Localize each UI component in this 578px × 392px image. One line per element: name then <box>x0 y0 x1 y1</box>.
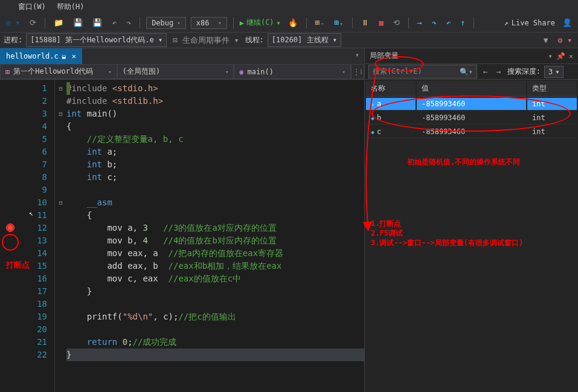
dropdown-icon[interactable]: ▾ <box>548 52 553 60</box>
execution-indicator <box>66 82 70 95</box>
scope-combo[interactable]: (全局范围) <box>117 64 234 79</box>
depth-label: 搜索深度: <box>507 66 541 77</box>
annotation-step3: 3.调试-->窗口-->局部变量(有很多调试窗口) <box>371 238 523 248</box>
stop-icon[interactable]: ■ <box>376 17 386 28</box>
var-icon: ◈ <box>371 115 374 121</box>
redo-icon[interactable]: ↷ <box>124 17 133 28</box>
code-editor[interactable]: 12345678910111213141516171819202122 ⊟⊟⊟ … <box>0 80 364 392</box>
table-row[interactable]: ◈c-858993460int <box>366 126 577 138</box>
col-name[interactable]: 名称 <box>366 81 416 97</box>
tab-bar: helloworld.c ⬓ ✕ ▾ <box>0 48 364 64</box>
process-combo[interactable]: [15888] 第一个Helloworld代码.e ▾ <box>26 33 167 47</box>
config-combo[interactable]: Debug <box>146 17 186 29</box>
menu-bar: 窗口(W) 帮助(H) <box>0 0 578 13</box>
process-label: 进程: <box>4 35 22 45</box>
depth-combo[interactable]: 3 ▾ <box>544 66 564 78</box>
table-row[interactable]: ◈a-858993460int <box>366 98 577 111</box>
refresh-icon[interactable]: ⟳ <box>27 17 39 28</box>
split-icon[interactable]: ⋮⁞ <box>351 64 364 79</box>
col-value[interactable]: 值 <box>417 81 526 97</box>
tab-label: helloworld.c <box>6 52 59 60</box>
lifecycle-icon[interactable]: ⊡ 生命周期事件 ▾ <box>170 34 241 47</box>
annotation-step1: 1.打断点 <box>371 219 401 229</box>
annotation-bp-label: 打断点 <box>6 260 30 271</box>
breakpoint-marker[interactable] <box>6 223 14 232</box>
undo-icon[interactable]: ↶ <box>109 17 119 28</box>
locals-table: 名称 值 类型 ◈a-858993460int ◈b-858993460int … <box>365 80 578 140</box>
breakpoint-margin[interactable] <box>0 80 24 392</box>
var-icon: ◈ <box>371 129 374 135</box>
arch-combo[interactable]: x86 <box>191 17 227 29</box>
fold-column[interactable]: ⊟⊟⊟ <box>54 80 66 392</box>
step-into-icon[interactable]: → <box>415 17 425 28</box>
step-over2-icon[interactable]: ↶ <box>444 17 454 28</box>
filter-icon[interactable]: ▼ <box>541 34 551 46</box>
save-icon[interactable]: 💾 <box>71 17 85 28</box>
stack-icon[interactable]: ⚙ ▾ <box>556 34 574 46</box>
save-icon-2[interactable]: 💾 <box>90 17 104 28</box>
close-panel-icon[interactable]: ✕ <box>569 52 573 60</box>
code-text[interactable]: #include <stdio.h> #include <stdlib.h> i… <box>66 80 364 392</box>
tab-overflow-icon[interactable]: ▾ <box>350 48 364 64</box>
search-input[interactable]: 搜索(Ctrl+E)🔍▾ <box>368 65 477 79</box>
var-icon: ◈ <box>371 101 374 108</box>
locals-pane: 局部变量 ▾ 📌 ✕ 搜索(Ctrl+E)🔍▾ ← → 搜索深度: 3 ▾ 名称… <box>365 48 578 392</box>
locals-title: 局部变量 <box>370 51 399 61</box>
continue-button[interactable]: ▶ 继续(C) ▾ <box>240 18 281 28</box>
step-over-icon[interactable]: ↷ <box>429 17 439 28</box>
editor-pane: helloworld.c ⬓ ✕ ▾ ⊞ 第一个Helloworld代码 (全局… <box>0 48 365 392</box>
hot-reload-icon[interactable]: 🔥 <box>286 17 300 28</box>
menu-window[interactable]: 窗口(W) <box>18 2 46 12</box>
nav-back-icon[interactable]: ← <box>481 66 490 77</box>
locals-header: 局部变量 ▾ 📌 ✕ <box>365 48 578 64</box>
line-numbers: 12345678910111213141516171819202122 <box>24 80 54 392</box>
ic2-icon[interactable]: ⊞₊ <box>332 17 347 28</box>
annotation-random: 初始是随机值,不同的操作系统不同 <box>407 157 520 167</box>
close-icon[interactable]: ✕ <box>72 52 76 60</box>
table-row[interactable]: ◈b-858993460int <box>366 112 577 124</box>
pin-icon[interactable]: ⬓ <box>62 53 66 60</box>
pin-panel-icon[interactable]: 📌 <box>556 52 565 60</box>
step-out-icon[interactable]: ↑ <box>458 17 467 28</box>
back-icon[interactable]: ◎ ▾ <box>4 17 22 28</box>
thread-combo[interactable]: [10260] 主线程 ▾ <box>268 33 341 47</box>
nav-fwd-icon[interactable]: → <box>494 66 504 77</box>
project-combo[interactable]: ⊞ 第一个Helloworld代码 <box>0 64 117 79</box>
debug-context-bar: 进程: [15888] 第一个Helloworld代码.e ▾ ⊡ 生命周期事件… <box>0 33 578 48</box>
locals-search-row: 搜索(Ctrl+E)🔍▾ ← → 搜索深度: 3 ▾ <box>365 64 578 80</box>
function-combo[interactable]: ◉ main() <box>234 64 351 79</box>
save-all-icon[interactable]: 📁 <box>51 17 66 28</box>
main-toolbar: ◎ ▾ ⟳ 📁 💾 💾 ↶ ↷ Debug x86 ▶ 继续(C) ▾ 🔥 ⊞₋… <box>0 13 578 33</box>
tab-helloworld[interactable]: helloworld.c ⬓ ✕ <box>0 48 82 64</box>
menu-help[interactable]: 帮助(H) <box>57 2 85 12</box>
col-type[interactable]: 类型 <box>527 81 577 97</box>
user-icon[interactable]: 👤 <box>560 17 574 28</box>
pause-icon[interactable]: ⏸ <box>359 17 371 28</box>
thread-label: 线程: <box>245 35 264 45</box>
ic1-icon[interactable]: ⊞₋ <box>313 17 327 28</box>
annotation-step2: 2.F5调试 <box>371 228 403 239</box>
nav-bar: ⊞ 第一个Helloworld代码 (全局范围) ◉ main() ⋮⁞ <box>0 64 364 80</box>
restart-icon[interactable]: ⟲ <box>391 17 402 28</box>
liveshare-button[interactable]: ↗ Live Share <box>504 19 555 27</box>
